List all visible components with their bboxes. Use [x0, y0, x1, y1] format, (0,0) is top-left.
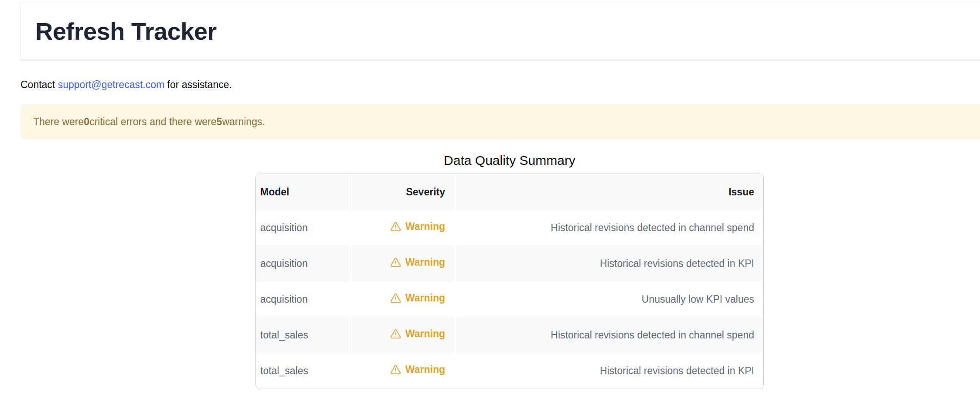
warning-triangle-icon	[390, 364, 402, 376]
issue-cell: Historical revisions detected in channel…	[454, 210, 763, 246]
severity-cell: Warning	[351, 210, 454, 246]
model-cell: total_sales	[256, 317, 351, 353]
column-header-model: Model	[256, 174, 351, 210]
severity-label: Warning	[405, 328, 445, 340]
severity-label: Warning	[405, 292, 445, 304]
header-card: Refresh Tracker	[20, 2, 980, 60]
contact-line: Contact support@getrecast.com for assist…	[20, 77, 980, 92]
severity-cell: Warning	[351, 353, 454, 389]
warning-triangle-icon	[390, 328, 402, 340]
support-email-link[interactable]: support@getrecast.com	[58, 79, 165, 90]
severity-cell: Warning	[351, 281, 454, 317]
alert-text-1: There were	[33, 116, 84, 128]
column-header-severity: Severity	[351, 174, 454, 210]
model-cell: acquisition	[256, 210, 351, 246]
severity-cell: Warning	[351, 317, 454, 353]
issue-cell: Historical revisions detected in KPI	[454, 246, 763, 281]
table-header-row: Model Severity Issue	[256, 174, 763, 210]
column-header-issue: Issue	[454, 174, 763, 210]
warning-badge: Warning	[390, 292, 445, 304]
alert-text-2: critical errors and there were	[89, 116, 216, 128]
table-row: acquisition Warning Historical revisions…	[256, 210, 763, 246]
warning-badge: Warning	[390, 221, 445, 232]
warning-triangle-icon	[390, 256, 402, 268]
data-quality-summary-table: Model Severity Issue acquisition Warning	[256, 174, 763, 389]
issue-cell: Historical revisions detected in channel…	[454, 317, 763, 353]
severity-label: Warning	[405, 221, 445, 232]
summary-table-title: Data Quality Summary	[255, 153, 764, 168]
severity-cell: Warning	[351, 246, 454, 281]
table-row: acquisition Warning Unusually low KPI va…	[256, 281, 763, 317]
alert-text-3: warnings.	[222, 116, 265, 128]
contact-text-prefix: Contact	[20, 79, 58, 90]
warning-badge: Warning	[390, 328, 445, 340]
contact-text-suffix: for assistance.	[164, 79, 232, 90]
severity-label: Warning	[405, 256, 445, 268]
warning-badge: Warning	[390, 364, 445, 376]
warning-badge: Warning	[390, 256, 445, 268]
table-row: acquisition Warning Historical revisions…	[256, 246, 763, 281]
warning-count: 5	[217, 116, 222, 128]
model-cell: total_sales	[256, 353, 351, 389]
issue-cell: Historical revisions detected in KPI	[454, 353, 763, 389]
page-title: Refresh Tracker	[35, 17, 217, 45]
summary-table-body: acquisition Warning Historical revisions…	[256, 210, 763, 389]
critical-error-count: 0	[84, 116, 89, 128]
warning-alert-banner: There were 0 critical errors and there w…	[20, 104, 980, 139]
table-row: total_sales Warning Historical revisions…	[256, 317, 763, 353]
issue-cell: Unusually low KPI values	[454, 281, 763, 317]
severity-label: Warning	[405, 364, 445, 376]
summary-table-frame: Model Severity Issue acquisition Warning	[255, 174, 764, 389]
warning-triangle-icon	[390, 292, 402, 304]
warning-triangle-icon	[390, 221, 402, 232]
data-quality-summary-section: Data Quality Summary Model Severity Issu…	[255, 153, 764, 389]
model-cell: acquisition	[256, 246, 351, 281]
model-cell: acquisition	[256, 281, 351, 317]
table-row: total_sales Warning Historical revisions…	[256, 353, 763, 389]
